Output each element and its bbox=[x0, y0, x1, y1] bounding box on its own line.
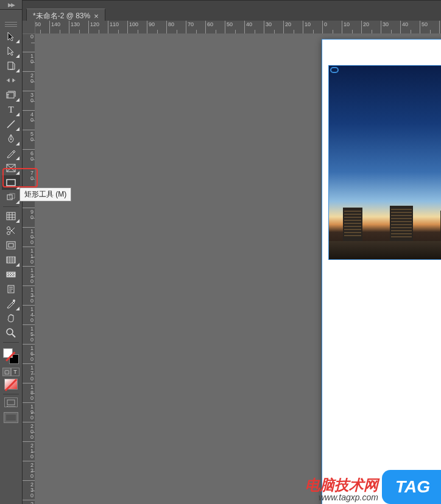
ruler-tick: 150 bbox=[35, 21, 50, 33]
ruler-tick: 50 bbox=[420, 21, 440, 33]
scissors-tool[interactable] bbox=[2, 223, 20, 238]
svg-rect-8 bbox=[7, 180, 15, 186]
ruler-tick: 190 bbox=[23, 403, 35, 422]
document-tab[interactable]: *未命名-2 @ 83% × bbox=[26, 9, 105, 21]
link-icon bbox=[330, 67, 339, 73]
ruler-tick: 20 bbox=[23, 72, 35, 91]
ruler-tick: 0 bbox=[323, 21, 342, 33]
ruler-tick: 100 bbox=[128, 21, 147, 33]
ruler-tick: 130 bbox=[23, 286, 35, 306]
table-grid-tool[interactable] bbox=[2, 209, 20, 223]
format-text-button[interactable]: T bbox=[11, 368, 19, 376]
apply-gradient-button[interactable] bbox=[4, 379, 18, 390]
document-tab-bar: *未命名-2 @ 83% × bbox=[23, 0, 441, 21]
ruler-tick: 70 bbox=[186, 21, 206, 33]
frame-tool[interactable] bbox=[2, 238, 20, 253]
ruler-tick: 120 bbox=[23, 267, 35, 286]
line-tool[interactable] bbox=[2, 117, 20, 131]
free-transform-tool[interactable] bbox=[2, 190, 20, 205]
watermark-url: www.tagxp.com bbox=[305, 492, 378, 502]
screen-mode-button[interactable] bbox=[4, 412, 18, 423]
format-container-button[interactable]: ▢ bbox=[2, 368, 11, 376]
ruler-tick: 50 bbox=[23, 130, 35, 150]
ruler-tick: 230 bbox=[23, 481, 35, 500]
ruler-tick: 30 bbox=[23, 91, 35, 111]
panel-grip[interactable] bbox=[5, 22, 17, 27]
svg-line-37 bbox=[12, 334, 15, 337]
ruler-tick: 220 bbox=[23, 461, 35, 481]
ruler-tick: 90 bbox=[147, 21, 167, 33]
ruler-tick: 160 bbox=[23, 345, 35, 364]
svg-rect-11 bbox=[7, 212, 15, 220]
collapse-panel-chevrons[interactable]: ▶▶ bbox=[0, 0, 23, 10]
document-tab-label: *未命名-2 @ 83% bbox=[33, 11, 90, 21]
svg-point-16 bbox=[7, 227, 10, 230]
ruler-tick: 70 bbox=[23, 169, 35, 189]
svg-rect-38 bbox=[7, 400, 15, 405]
ruler-tick: 110 bbox=[23, 247, 35, 267]
ruler-tick: 0 bbox=[23, 34, 35, 52]
gradient-feather-tool[interactable] bbox=[2, 267, 20, 282]
separator bbox=[3, 394, 19, 394]
gradient-swatch-tool[interactable] bbox=[2, 253, 20, 267]
pencil-tool[interactable] bbox=[2, 146, 20, 161]
tool-tooltip: 矩形工具 (M) bbox=[19, 187, 71, 201]
close-icon[interactable]: × bbox=[94, 12, 99, 21]
ruler-tick: 30 bbox=[264, 21, 284, 33]
svg-line-18 bbox=[10, 229, 15, 234]
ruler-tick: 40 bbox=[23, 111, 35, 130]
watermark: 电脑技术网 www.tagxp.com TAG bbox=[302, 470, 441, 504]
rectangle-tool[interactable] bbox=[2, 175, 20, 190]
svg-point-17 bbox=[7, 232, 10, 235]
selection-tool[interactable] bbox=[2, 29, 20, 44]
ruler-origin[interactable] bbox=[23, 21, 35, 34]
svg-rect-20 bbox=[7, 242, 15, 249]
fill-swatch[interactable] bbox=[3, 348, 13, 358]
ruler-tick: 20 bbox=[284, 21, 303, 33]
tools-panel: T bbox=[0, 10, 23, 504]
ruler-tick: 30 bbox=[381, 21, 401, 33]
placed-image-frame[interactable] bbox=[328, 65, 441, 260]
ruler-tick: 60 bbox=[206, 21, 225, 33]
note-tool[interactable] bbox=[2, 282, 20, 296]
ruler-tick: 150 bbox=[23, 325, 35, 345]
ruler-tick: 80 bbox=[167, 21, 186, 33]
separator bbox=[3, 206, 19, 207]
svg-rect-30 bbox=[7, 272, 15, 277]
page-tool[interactable] bbox=[2, 58, 20, 73]
hand-tool[interactable] bbox=[2, 311, 20, 326]
svg-point-35 bbox=[13, 299, 15, 302]
type-tool[interactable]: T bbox=[2, 102, 20, 117]
pen-tool[interactable] bbox=[2, 131, 20, 146]
direct-selection-tool[interactable] bbox=[2, 44, 20, 58]
ruler-tick: 10 bbox=[303, 21, 323, 33]
horizontal-ruler[interactable]: 1501401301201101009080706050403020100102… bbox=[35, 21, 441, 34]
svg-line-3 bbox=[7, 121, 15, 128]
ruler-tick: 10 bbox=[342, 21, 362, 33]
ruler-tick: 90 bbox=[23, 208, 35, 228]
ruler-tick: 110 bbox=[108, 21, 128, 33]
artboard[interactable] bbox=[322, 39, 441, 504]
ruler-tick: 140 bbox=[23, 306, 35, 325]
svg-point-36 bbox=[7, 329, 13, 335]
fill-stroke-swatches[interactable] bbox=[3, 348, 19, 364]
svg-line-19 bbox=[10, 228, 15, 233]
eyedropper-tool[interactable] bbox=[2, 296, 20, 311]
ruler-tick: 100 bbox=[23, 228, 35, 247]
ruler-tick: 170 bbox=[23, 364, 35, 383]
svg-point-4 bbox=[10, 139, 12, 140]
svg-rect-21 bbox=[9, 243, 13, 247]
canvas-area[interactable] bbox=[35, 34, 441, 504]
ruler-tick: 210 bbox=[23, 442, 35, 461]
zoom-tool[interactable] bbox=[2, 326, 20, 340]
gap-tool[interactable] bbox=[2, 73, 20, 88]
watermark-title: 电脑技术网 bbox=[305, 478, 378, 492]
ruler-tick: 50 bbox=[225, 21, 245, 33]
view-mode-button[interactable] bbox=[4, 397, 18, 407]
vertical-ruler[interactable]: 0102030405060708090100110120130140150160… bbox=[23, 34, 35, 504]
ruler-tick: 130 bbox=[69, 21, 89, 33]
rectangle-frame-tool[interactable] bbox=[2, 161, 20, 175]
svg-text:T: T bbox=[8, 105, 13, 114]
content-collector-tool[interactable] bbox=[2, 88, 20, 102]
separator bbox=[3, 342, 19, 343]
